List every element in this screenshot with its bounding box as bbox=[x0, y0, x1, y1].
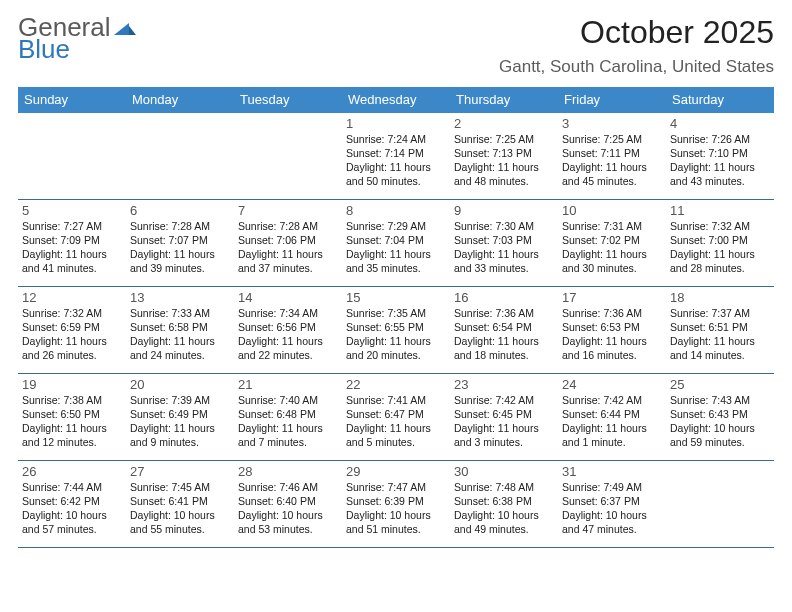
day-number: 6 bbox=[130, 203, 230, 218]
daylight-text: Daylight: 11 hours and 5 minutes. bbox=[346, 422, 446, 450]
day-cell: 12Sunrise: 7:32 AMSunset: 6:59 PMDayligh… bbox=[18, 287, 126, 373]
daylight-text: Daylight: 11 hours and 20 minutes. bbox=[346, 335, 446, 363]
day-cell: 5Sunrise: 7:27 AMSunset: 7:09 PMDaylight… bbox=[18, 200, 126, 286]
day-number: 2 bbox=[454, 116, 554, 131]
sunrise-text: Sunrise: 7:28 AM bbox=[238, 220, 338, 234]
weeks-container: 1Sunrise: 7:24 AMSunset: 7:14 PMDaylight… bbox=[18, 113, 774, 548]
day-number: 20 bbox=[130, 377, 230, 392]
sunrise-text: Sunrise: 7:37 AM bbox=[670, 307, 770, 321]
sunset-text: Sunset: 6:51 PM bbox=[670, 321, 770, 335]
sunset-text: Sunset: 7:02 PM bbox=[562, 234, 662, 248]
day-number: 31 bbox=[562, 464, 662, 479]
day-cell: 17Sunrise: 7:36 AMSunset: 6:53 PMDayligh… bbox=[558, 287, 666, 373]
day-cell: 18Sunrise: 7:37 AMSunset: 6:51 PMDayligh… bbox=[666, 287, 774, 373]
day-cell: 10Sunrise: 7:31 AMSunset: 7:02 PMDayligh… bbox=[558, 200, 666, 286]
week-row: 1Sunrise: 7:24 AMSunset: 7:14 PMDaylight… bbox=[18, 113, 774, 200]
daylight-text: Daylight: 11 hours and 28 minutes. bbox=[670, 248, 770, 276]
day-number: 5 bbox=[22, 203, 122, 218]
daylight-text: Daylight: 11 hours and 16 minutes. bbox=[562, 335, 662, 363]
day-cell: 30Sunrise: 7:48 AMSunset: 6:38 PMDayligh… bbox=[450, 461, 558, 547]
day-cell: 7Sunrise: 7:28 AMSunset: 7:06 PMDaylight… bbox=[234, 200, 342, 286]
sunrise-text: Sunrise: 7:42 AM bbox=[454, 394, 554, 408]
day-number: 15 bbox=[346, 290, 446, 305]
day-cell: 27Sunrise: 7:45 AMSunset: 6:41 PMDayligh… bbox=[126, 461, 234, 547]
sunrise-text: Sunrise: 7:24 AM bbox=[346, 133, 446, 147]
sunrise-text: Sunrise: 7:27 AM bbox=[22, 220, 122, 234]
day-cell bbox=[126, 113, 234, 199]
calendar: Sunday Monday Tuesday Wednesday Thursday… bbox=[18, 87, 774, 548]
day-number: 17 bbox=[562, 290, 662, 305]
daylight-text: Daylight: 10 hours and 57 minutes. bbox=[22, 509, 122, 537]
sunrise-text: Sunrise: 7:47 AM bbox=[346, 481, 446, 495]
day-number: 21 bbox=[238, 377, 338, 392]
day-cell: 8Sunrise: 7:29 AMSunset: 7:04 PMDaylight… bbox=[342, 200, 450, 286]
day-cell: 26Sunrise: 7:44 AMSunset: 6:42 PMDayligh… bbox=[18, 461, 126, 547]
daylight-text: Daylight: 11 hours and 35 minutes. bbox=[346, 248, 446, 276]
daylight-text: Daylight: 11 hours and 9 minutes. bbox=[130, 422, 230, 450]
day-cell: 13Sunrise: 7:33 AMSunset: 6:58 PMDayligh… bbox=[126, 287, 234, 373]
sunset-text: Sunset: 7:14 PM bbox=[346, 147, 446, 161]
sunrise-text: Sunrise: 7:46 AM bbox=[238, 481, 338, 495]
sunrise-text: Sunrise: 7:28 AM bbox=[130, 220, 230, 234]
sunrise-text: Sunrise: 7:29 AM bbox=[346, 220, 446, 234]
day-cell: 20Sunrise: 7:39 AMSunset: 6:49 PMDayligh… bbox=[126, 374, 234, 460]
daylight-text: Daylight: 11 hours and 22 minutes. bbox=[238, 335, 338, 363]
daylight-text: Daylight: 11 hours and 1 minute. bbox=[562, 422, 662, 450]
day-number: 4 bbox=[670, 116, 770, 131]
sunrise-text: Sunrise: 7:32 AM bbox=[22, 307, 122, 321]
day-number: 26 bbox=[22, 464, 122, 479]
sunrise-text: Sunrise: 7:36 AM bbox=[562, 307, 662, 321]
sunset-text: Sunset: 6:39 PM bbox=[346, 495, 446, 509]
sunrise-text: Sunrise: 7:43 AM bbox=[670, 394, 770, 408]
sunset-text: Sunset: 6:37 PM bbox=[562, 495, 662, 509]
svg-marker-1 bbox=[129, 26, 136, 35]
day-cell: 24Sunrise: 7:42 AMSunset: 6:44 PMDayligh… bbox=[558, 374, 666, 460]
day-number: 7 bbox=[238, 203, 338, 218]
day-cell: 2Sunrise: 7:25 AMSunset: 7:13 PMDaylight… bbox=[450, 113, 558, 199]
sunset-text: Sunset: 6:40 PM bbox=[238, 495, 338, 509]
daylight-text: Daylight: 11 hours and 26 minutes. bbox=[22, 335, 122, 363]
sunset-text: Sunset: 6:44 PM bbox=[562, 408, 662, 422]
daylight-text: Daylight: 11 hours and 7 minutes. bbox=[238, 422, 338, 450]
day-cell: 16Sunrise: 7:36 AMSunset: 6:54 PMDayligh… bbox=[450, 287, 558, 373]
sunset-text: Sunset: 6:50 PM bbox=[22, 408, 122, 422]
sunrise-text: Sunrise: 7:33 AM bbox=[130, 307, 230, 321]
sunset-text: Sunset: 7:00 PM bbox=[670, 234, 770, 248]
daylight-text: Daylight: 11 hours and 48 minutes. bbox=[454, 161, 554, 189]
location-subtitle: Gantt, South Carolina, United States bbox=[499, 57, 774, 77]
day-number: 1 bbox=[346, 116, 446, 131]
day-cell: 15Sunrise: 7:35 AMSunset: 6:55 PMDayligh… bbox=[342, 287, 450, 373]
day-number: 3 bbox=[562, 116, 662, 131]
title-block: October 2025 Gantt, South Carolina, Unit… bbox=[499, 14, 774, 77]
header: General Blue October 2025 Gantt, South C… bbox=[18, 14, 774, 77]
week-row: 12Sunrise: 7:32 AMSunset: 6:59 PMDayligh… bbox=[18, 287, 774, 374]
day-cell: 9Sunrise: 7:30 AMSunset: 7:03 PMDaylight… bbox=[450, 200, 558, 286]
day-number: 24 bbox=[562, 377, 662, 392]
day-cell: 29Sunrise: 7:47 AMSunset: 6:39 PMDayligh… bbox=[342, 461, 450, 547]
day-cell: 4Sunrise: 7:26 AMSunset: 7:10 PMDaylight… bbox=[666, 113, 774, 199]
sunset-text: Sunset: 6:38 PM bbox=[454, 495, 554, 509]
day-cell: 6Sunrise: 7:28 AMSunset: 7:07 PMDaylight… bbox=[126, 200, 234, 286]
day-number: 12 bbox=[22, 290, 122, 305]
daylight-text: Daylight: 11 hours and 37 minutes. bbox=[238, 248, 338, 276]
daylight-text: Daylight: 11 hours and 30 minutes. bbox=[562, 248, 662, 276]
sunrise-text: Sunrise: 7:42 AM bbox=[562, 394, 662, 408]
sunset-text: Sunset: 7:06 PM bbox=[238, 234, 338, 248]
day-cell: 28Sunrise: 7:46 AMSunset: 6:40 PMDayligh… bbox=[234, 461, 342, 547]
sunset-text: Sunset: 6:42 PM bbox=[22, 495, 122, 509]
sunset-text: Sunset: 6:43 PM bbox=[670, 408, 770, 422]
day-cell bbox=[18, 113, 126, 199]
sunset-text: Sunset: 6:47 PM bbox=[346, 408, 446, 422]
daylight-text: Daylight: 10 hours and 47 minutes. bbox=[562, 509, 662, 537]
weekday-header: Tuesday bbox=[234, 87, 342, 113]
sunset-text: Sunset: 7:09 PM bbox=[22, 234, 122, 248]
sunrise-text: Sunrise: 7:30 AM bbox=[454, 220, 554, 234]
daylight-text: Daylight: 11 hours and 45 minutes. bbox=[562, 161, 662, 189]
daylight-text: Daylight: 11 hours and 3 minutes. bbox=[454, 422, 554, 450]
day-cell: 11Sunrise: 7:32 AMSunset: 7:00 PMDayligh… bbox=[666, 200, 774, 286]
svg-marker-0 bbox=[114, 23, 129, 35]
day-cell: 25Sunrise: 7:43 AMSunset: 6:43 PMDayligh… bbox=[666, 374, 774, 460]
day-number: 9 bbox=[454, 203, 554, 218]
daylight-text: Daylight: 11 hours and 24 minutes. bbox=[130, 335, 230, 363]
sunset-text: Sunset: 7:11 PM bbox=[562, 147, 662, 161]
